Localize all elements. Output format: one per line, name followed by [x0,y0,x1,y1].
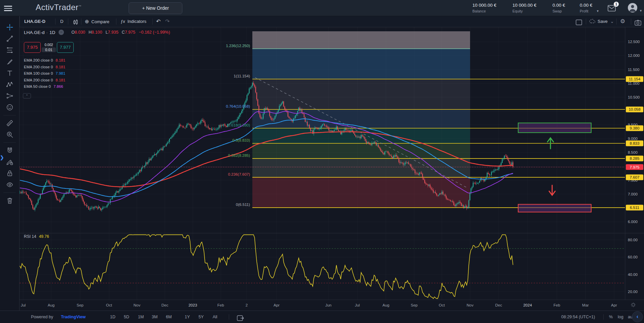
percent-scale-button[interactable]: % [609,311,613,323]
svg-text:60.00: 60.00 [628,255,638,259]
emoji-icon[interactable] [0,102,20,113]
magnet-icon[interactable] [0,145,20,156]
svg-text:Apr: Apr [611,303,617,307]
tradingview-link[interactable]: TradingView [61,311,85,323]
settings-gear-icon[interactable]: ⚙ [620,16,625,27]
symbol-button[interactable]: LHA.GE-D [24,16,45,27]
svg-text:11.154: 11.154 [629,77,641,81]
indicator-row[interactable]: EMA 200 close 08.181 [24,65,65,72]
svg-text:7.000: 7.000 [628,192,638,196]
indicator-row[interactable]: EMA 200 close 08.181 [24,78,65,85]
svg-text:0.618(9.380): 0.618(9.380) [228,123,250,127]
svg-text:2023: 2023 [188,303,197,307]
svg-text:Jun: Jun [325,303,332,307]
object-tree-arrow-icon[interactable]: ❯ [0,155,4,160]
svg-text:8.285: 8.285 [630,156,640,160]
svg-text:1.236(12.250): 1.236(12.250) [226,44,250,48]
avatar[interactable] [628,3,637,12]
supply-zone-box[interactable] [518,123,591,133]
svg-text:Mar: Mar [582,303,589,307]
indicator-row[interactable]: EMA 50 close 07.866 [24,84,65,91]
forecast-icon[interactable] [0,90,20,102]
ruler-icon[interactable] [0,117,20,129]
sell-button[interactable]: 7.975 [24,42,41,53]
collapse-legend-button[interactable]: − [59,30,64,35]
svg-text:Dec: Dec [495,303,502,307]
screenshot-camera-icon[interactable] [635,19,641,25]
top-bar: ActivTrader™ + New Order ▼ 1 ▼ 10 000.00… [0,0,644,16]
indicator-row[interactable]: EMA 200 close 08.181 [24,58,65,65]
svg-text:6.511: 6.511 [630,206,639,210]
xabcd-pattern-icon[interactable] [0,79,20,90]
svg-text:0.236(7.607): 0.236(7.607) [228,172,250,176]
trend-line-icon[interactable] [0,33,20,44]
range-1m[interactable]: 1M [138,311,144,323]
svg-text:Aug: Aug [48,303,55,307]
collapse-panel-button[interactable]: ‹ [632,311,643,322]
save-button[interactable]: Save⌄ [589,16,614,27]
demand-zone-box[interactable] [518,204,591,212]
svg-text:Sep: Sep [411,303,418,307]
lock-all-icon[interactable] [0,168,20,179]
price-chart-canvas[interactable]: 1.236(12.250)1(11.154)0.764(10.058)0.618… [20,27,644,311]
compare-icon: ⊕ [85,19,89,24]
indicator-row[interactable]: EMA 100 close 07.981 [24,71,65,78]
sidebar-separator [3,142,16,143]
compare-button[interactable]: ⊕Compare [85,16,109,27]
powered-by-label: Powered by [31,311,53,323]
svg-text:Jul: Jul [21,303,26,307]
bottom-bar: Powered by TradingView 08:29:54 (UTC+1) … [0,311,644,323]
indicator-legend: EMA 200 close 08.181EMA 200 close 08.181… [24,58,65,91]
chart-style-icon[interactable] [73,19,79,25]
range-1d[interactable]: 1D [110,311,115,323]
svg-text:40.00: 40.00 [628,273,638,277]
undo-button[interactable]: ↶ [156,16,160,27]
legend-interval[interactable]: 1D [49,30,55,35]
redo-button[interactable]: ↷ [165,16,170,27]
range-3m[interactable]: 3M [152,311,157,323]
svg-text:Nov: Nov [134,303,141,307]
text-tool-icon[interactable] [0,67,20,79]
zoom-in-icon[interactable] [0,129,20,140]
clock[interactable]: 08:29:54 (UTC+1) [561,311,595,323]
crosshair-icon[interactable] [0,22,20,33]
indicators-button[interactable]: ƒxIndicators [120,16,146,27]
legend-symbol[interactable]: LHA.GE-d [24,30,45,35]
fib-retracement-icon[interactable] [0,44,20,56]
avatar-caret-icon[interactable]: ▼ [639,9,642,12]
chart-legend: LHA.GE-d · 1D − O8.030H8.100L7.935C7.975… [24,29,170,35]
hide-all-icon[interactable] [0,179,20,190]
trademark: ™ [78,5,81,8]
layout-icon[interactable] [576,19,582,25]
svg-text:Jul: Jul [355,303,360,307]
chart-area[interactable]: 1.236(12.250)1(11.154)0.764(10.058)0.618… [20,27,644,311]
svg-text:8.500: 8.500 [628,150,638,154]
drawing-tools-sidebar [0,16,20,311]
svg-text:Feb: Feb [217,303,224,307]
interval-button[interactable]: D [60,16,63,27]
go-to-date-icon[interactable] [237,314,244,321]
remove-all-icon[interactable] [0,195,20,206]
change-value: −0.162 (−1.99%) [139,30,170,35]
svg-text:9.000: 9.000 [628,137,638,141]
buy-button[interactable]: 7.977 [57,42,74,53]
range-6m[interactable]: 6M [166,311,172,323]
log-scale-button[interactable]: log [618,311,623,323]
range-5y[interactable]: 5Y [199,311,204,323]
profit-caret-icon[interactable]: ▼ [596,9,599,13]
stat-equity: 10 000.00 €Equity [512,3,536,13]
chart-toolbar: LHA.GE-D D ⊕Compare ƒxIndicators ↶ ↷ Sav… [20,16,644,27]
range-1y[interactable]: 1Y [185,311,190,323]
new-order-button[interactable]: + New Order [129,2,182,14]
brush-icon[interactable] [0,56,20,67]
stat-swap: 0.00 €Swap [552,3,565,13]
svg-text:9.380: 9.380 [630,126,640,130]
fib-bands [252,31,470,208]
spread: 0.002 0.01 [42,43,56,52]
collapse-indicators-button[interactable]: ⌃ [23,93,31,99]
svg-text:Nov: Nov [467,303,474,307]
range-all[interactable]: All [213,311,217,323]
menu-icon[interactable] [4,4,12,12]
indicators-fx-icon: ƒx [120,19,125,24]
range-5d[interactable]: 5D [124,311,129,323]
